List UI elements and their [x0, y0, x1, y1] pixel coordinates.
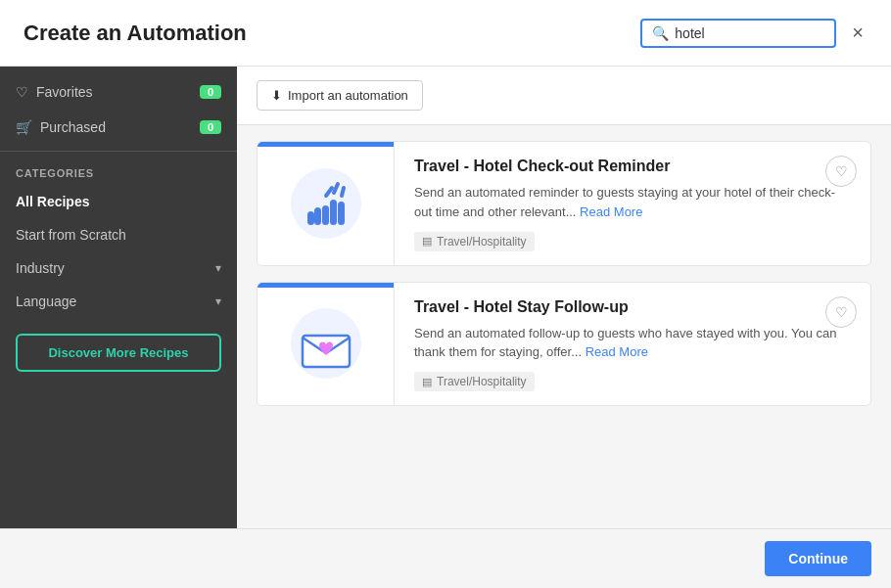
recipe-desc-followup: Send an automated follow-up to guests wh… [414, 324, 851, 362]
continue-button[interactable]: Continue [765, 541, 871, 576]
recipe-desc-checkout: Send an automated reminder to guests sta… [414, 183, 851, 221]
recipe-title-checkout: Travel - Hotel Check-out Reminder [414, 158, 851, 175]
recipe-tag-followup: ▤ Travel/Hospitality [414, 372, 535, 391]
sidebar-item-language[interactable]: Language ▾ [0, 285, 237, 318]
start-from-scratch-label: Start from Scratch [16, 227, 126, 243]
recipe-thumbnail-followup [258, 283, 395, 406]
recipe-info-checkout: Travel - Hotel Check-out Reminder Send a… [395, 142, 870, 265]
import-bar: ⬇ Import an automation [237, 67, 891, 125]
recipe-tag-checkout: ▤ Travel/Hospitality [414, 232, 535, 251]
svg-rect-4 [314, 207, 321, 225]
search-box: 🔍 [640, 19, 836, 48]
tag-label-followup: Travel/Hospitality [437, 375, 527, 388]
sidebar-item-purchased[interactable]: 🛒 Purchased 0 [0, 110, 237, 145]
sidebar-item-industry[interactable]: Industry ▾ [0, 251, 237, 285]
purchased-badge: 0 [200, 120, 221, 134]
recipe-thumbnail-checkout [258, 142, 395, 265]
svg-rect-1 [322, 205, 329, 225]
sidebar-purchased-label: Purchased [40, 119, 106, 135]
svg-point-0 [291, 168, 361, 239]
recipes-list: Travel - Hotel Check-out Reminder Send a… [237, 125, 891, 437]
recipe-title-followup: Travel - Hotel Stay Follow-up [414, 298, 851, 316]
sidebar-item-start-from-scratch[interactable]: Start from Scratch [0, 218, 237, 251]
import-btn-label: Import an automation [288, 88, 408, 103]
card-top-bar [258, 142, 394, 147]
sidebar-divider [0, 151, 237, 152]
card-top-bar-2 [258, 283, 394, 288]
import-automation-button[interactable]: ⬇ Import an automation [257, 80, 423, 111]
categories-label: CATEGORIES [0, 158, 237, 185]
svg-rect-3 [338, 202, 345, 225]
recipe-info-followup: Travel - Hotel Stay Follow-up Send an au… [395, 283, 870, 406]
wave-hand-illustration [287, 164, 365, 243]
tag-icon-2: ▤ [422, 376, 432, 388]
recipe-card-hotel-followup: Travel - Hotel Stay Follow-up Send an au… [257, 282, 871, 407]
tag-label-checkout: Travel/Hospitality [437, 235, 527, 249]
main-content: ⬇ Import an automation [237, 67, 891, 528]
favorites-badge: 0 [200, 85, 221, 99]
sidebar-favorites-label: Favorites [36, 84, 93, 100]
recipe-card-hotel-checkout: Travel - Hotel Check-out Reminder Send a… [257, 141, 871, 266]
favorite-button-checkout[interactable]: ♡ [825, 156, 857, 187]
sidebar-item-favorites[interactable]: ♡ Favorites 0 [0, 74, 237, 110]
discover-more-recipes-button[interactable]: Discover More Recipes [16, 334, 221, 372]
all-recipes-label: All Recipes [16, 194, 89, 209]
language-label: Language [16, 294, 76, 309]
download-icon: ⬇ [271, 88, 282, 103]
sidebar: ♡ Favorites 0 🛒 Purchased 0 CATEGORIES A… [0, 67, 237, 528]
tag-icon: ▤ [422, 235, 432, 248]
close-button[interactable]: × [848, 18, 868, 48]
chevron-down-icon: ▾ [215, 261, 221, 275]
sidebar-item-all-recipes[interactable]: All Recipes [0, 185, 237, 218]
search-input[interactable] [675, 25, 831, 41]
search-icon: 🔍 [652, 25, 669, 41]
heart-icon: ♡ [16, 84, 28, 100]
svg-rect-2 [330, 200, 337, 225]
envelope-heart-illustration [287, 304, 365, 383]
favorite-button-followup[interactable]: ♡ [825, 296, 857, 328]
read-more-followup[interactable]: Read More [586, 344, 648, 359]
cart-icon: 🛒 [16, 119, 32, 135]
modal-footer: Continue [0, 528, 891, 588]
chevron-down-icon-lang: ▾ [215, 294, 221, 308]
read-more-checkout[interactable]: Read More [580, 204, 642, 219]
svg-line-8 [342, 188, 344, 196]
modal-body: ♡ Favorites 0 🛒 Purchased 0 CATEGORIES A… [0, 67, 891, 528]
header-right: 🔍 × [640, 18, 868, 48]
modal-header: Create an Automation 🔍 × [0, 0, 891, 67]
modal-title: Create an Automation [23, 21, 247, 46]
svg-rect-5 [307, 211, 314, 225]
industry-label: Industry [16, 260, 65, 276]
